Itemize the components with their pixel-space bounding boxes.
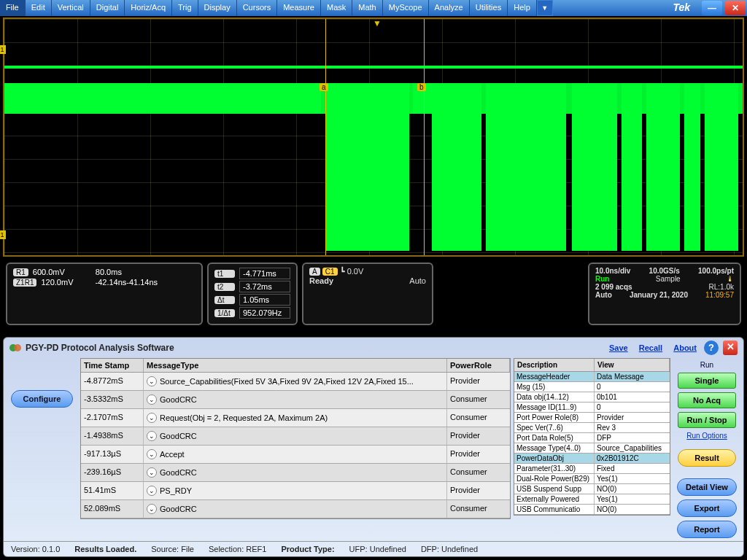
- waveform-display[interactable]: R1 R1 ▼ a b: [3, 18, 744, 257]
- desc-row[interactable]: PowerDataObj0x2B01912C: [514, 454, 670, 464]
- description-table[interactable]: Description View MessageHeaderData Messa…: [514, 358, 670, 516]
- cell-messagetype: ⌄Source_Capabilities(Fixed 5V 3A,Fixed 9…: [144, 373, 447, 390]
- menu-digital[interactable]: Digital: [90, 0, 125, 16]
- r1-vdiv: 600.0mV: [33, 268, 65, 276]
- message-table[interactable]: Time Stamp MessageType PowerRole -4.8772…: [80, 358, 511, 519]
- acq-mode: Auto: [595, 291, 612, 299]
- dt-val: 1.05ms: [239, 294, 290, 306]
- save-link[interactable]: Save: [609, 343, 628, 352]
- desc-row[interactable]: Spec Ver(7..6)Rev 3: [514, 423, 670, 433]
- cell-messagetype: ⌄GoodCRC: [144, 391, 447, 408]
- menu-help[interactable]: Help: [508, 0, 537, 16]
- runoptions-link[interactable]: Run Options: [686, 432, 727, 440]
- menu-trig[interactable]: Trig: [172, 0, 198, 16]
- menu-edit[interactable]: Edit: [26, 0, 52, 16]
- minimize-button[interactable]: —: [702, 1, 722, 15]
- col-powerrole[interactable]: PowerRole: [447, 359, 510, 372]
- detailview-button[interactable]: Detail View: [677, 478, 737, 496]
- desc-row[interactable]: Externally PoweredYes(1): [514, 494, 670, 505]
- table-row[interactable]: -239.16µS⌄GoodCRCConsumer: [81, 464, 510, 482]
- recall-link[interactable]: Recall: [639, 343, 662, 352]
- report-button[interactable]: Report: [677, 521, 737, 538]
- cell-powerrole: Provider: [447, 446, 510, 463]
- ufp-value: UFP: Undefined: [349, 545, 406, 553]
- analysis-close-button[interactable]: ✕: [723, 341, 738, 355]
- desc-row[interactable]: Data obj(14..12)0b101: [514, 392, 670, 402]
- col-view[interactable]: View: [595, 359, 670, 371]
- menu-file[interactable]: File: [0, 0, 26, 16]
- desc-row[interactable]: Message Type(4..0)Source_Capabilities: [514, 443, 670, 454]
- table-row[interactable]: -3.5332mS⌄GoodCRCConsumer: [81, 391, 510, 409]
- col-timestamp[interactable]: Time Stamp: [81, 359, 144, 372]
- runstop-button[interactable]: Run / Stop: [678, 412, 736, 428]
- table-row[interactable]: 52.089mS⌄GoodCRCConsumer: [81, 500, 510, 518]
- idt-tag: 1/Δt: [214, 309, 235, 317]
- cell-timestamp: -1.4938mS: [81, 427, 144, 445]
- export-button[interactable]: Export: [677, 499, 737, 517]
- desc-row[interactable]: Parameter(31..30)Fixed: [514, 464, 670, 474]
- table-row[interactable]: -1.4938mS⌄GoodCRCProvider: [81, 427, 510, 446]
- cell-timestamp: -917.13µS: [81, 446, 144, 463]
- analysis-title: PGY-PD Protocol Analysis Software: [26, 343, 174, 353]
- trigger-marker-icon: ▼: [373, 18, 382, 28]
- menu-utilities[interactable]: Utilities: [470, 0, 508, 16]
- brand-label: Tek: [662, 0, 700, 16]
- desc-row[interactable]: Port Power Role(8)Provider: [514, 413, 670, 423]
- col-messagetype[interactable]: MessageType: [144, 359, 447, 372]
- single-button[interactable]: Single: [678, 373, 736, 389]
- menu-mask[interactable]: Mask: [321, 0, 352, 16]
- cell-timestamp: -4.8772mS: [81, 373, 144, 390]
- waveform-trace-top: [4, 66, 743, 69]
- chevron-down-icon[interactable]: ⌄: [147, 394, 157, 405]
- desc-key: Port Power Role(8): [514, 413, 595, 422]
- menu-display[interactable]: Display: [198, 0, 237, 16]
- chevron-down-icon[interactable]: ⌄: [147, 467, 157, 478]
- cell-messagetype: ⌄GoodCRC: [144, 464, 447, 481]
- acq-time: 11:09:57: [705, 291, 734, 299]
- chevron-down-icon[interactable]: ⌄: [147, 376, 157, 386]
- chevron-down-icon[interactable]: ⌄: [147, 431, 157, 441]
- menu-math[interactable]: Math: [352, 0, 382, 16]
- menu-horizacq[interactable]: Horiz/Acq: [125, 0, 172, 16]
- desc-value: Source_Capabilities: [595, 443, 670, 453]
- desc-key: USB Communicatio: [514, 505, 595, 514]
- table-row[interactable]: -2.1707mS⌄Request(Obj = 2, Requested 2A,…: [81, 409, 510, 427]
- chevron-down-icon[interactable]: ⌄: [147, 486, 157, 496]
- menu-measure[interactable]: Measure: [277, 0, 321, 16]
- z1-tag: Z1R1: [13, 279, 36, 287]
- desc-row[interactable]: Port Data Role(5)DFP: [514, 433, 670, 443]
- table-row[interactable]: -917.13µS⌄AcceptProvider: [81, 446, 510, 464]
- menu-vertical[interactable]: Vertical: [52, 0, 90, 16]
- channel-panel: R1600.0mV80.0ms Z1R1120.0mV-42.14ns-41.1…: [6, 262, 203, 325]
- desc-row[interactable]: Msg (15)0: [514, 382, 670, 392]
- desc-row[interactable]: MessageHeaderData Message: [514, 372, 670, 382]
- cursor-a-line[interactable]: [325, 19, 326, 255]
- noacq-button[interactable]: No Acq: [678, 392, 736, 408]
- chevron-down-icon[interactable]: ⌄: [147, 413, 157, 423]
- desc-row[interactable]: USB Suspend SuppNO(0): [514, 484, 670, 494]
- desc-row[interactable]: Message ID(11..9)0: [514, 402, 670, 413]
- about-link[interactable]: About: [673, 343, 697, 352]
- configure-button[interactable]: Configure: [11, 390, 73, 408]
- help-button[interactable]: ?: [704, 341, 719, 355]
- desc-row[interactable]: USB CommunicatioNO(0): [514, 505, 670, 515]
- chevron-down-icon[interactable]: ⌄: [147, 449, 157, 459]
- table-row[interactable]: -4.8772mS⌄Source_Capabilities(Fixed 5V 3…: [81, 373, 510, 391]
- menu-myscope[interactable]: MyScope: [383, 0, 429, 16]
- close-button[interactable]: ✕: [725, 1, 746, 15]
- menu-analyze[interactable]: Analyze: [429, 0, 470, 16]
- desc-row[interactable]: Dual-Role Power(B29)Yes(1): [514, 474, 670, 484]
- desc-key: Data obj(14..12): [514, 392, 595, 402]
- menu-dropdown-icon[interactable]: ▼: [537, 0, 553, 16]
- acq-date: January 21, 2020: [630, 291, 688, 299]
- menu-cursors[interactable]: Cursors: [237, 0, 278, 16]
- table-row[interactable]: 51.41mS⌄PS_RDYProvider: [81, 482, 510, 500]
- result-button[interactable]: Result: [678, 449, 736, 467]
- col-description[interactable]: Description: [514, 359, 595, 371]
- cell-messagetype: ⌄GoodCRC: [144, 427, 447, 445]
- desc-value: 0b101: [595, 392, 670, 402]
- chevron-down-icon[interactable]: ⌄: [147, 504, 157, 514]
- desc-value: 0x2B01912C: [595, 454, 670, 463]
- timing-panel: t1-4.771ms t2-3.72ms Δt1.05ms 1/Δt952.07…: [207, 262, 298, 325]
- cursor-b-line[interactable]: [424, 19, 425, 255]
